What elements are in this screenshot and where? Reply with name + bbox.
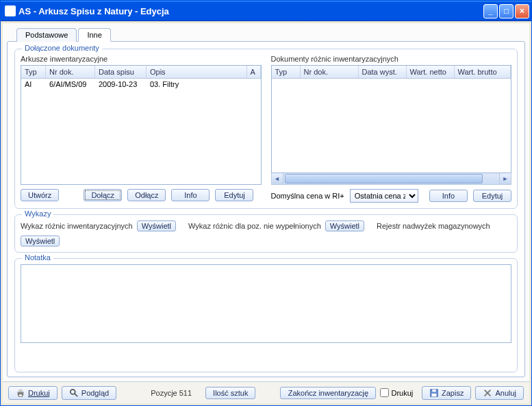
notatka-textarea[interactable] [21, 264, 511, 343]
grid-roznice-hscroll[interactable]: ◄ ► [271, 173, 512, 185]
grid-arkusze[interactable]: Typ Nr dok. Data spisu Opis A AI 6/AI/MS… [21, 65, 262, 185]
svg-rect-7 [432, 393, 437, 396]
titlebar-buttons: _ □ × [483, 4, 529, 18]
label-arkusze: Arkusze inwentaryzacyjne [21, 55, 262, 63]
col-datawyst[interactable]: Data wyst. [359, 66, 407, 78]
svg-point-3 [71, 389, 75, 394]
tab-podstawowe[interactable]: Podstawowe [16, 28, 77, 42]
drukuj-checkbox-wrap[interactable]: Drukuj [380, 388, 413, 397]
col-opis[interactable]: Opis [147, 66, 247, 78]
grid-roznice-head: Typ Nr dok. Data wyst. Wart. netto Wart.… [272, 66, 511, 79]
col-nrdok2[interactable]: Nr dok. [301, 66, 359, 78]
wyswietl-button-1[interactable]: Wyświetl [137, 220, 176, 231]
zapisz-button[interactable]: Zapisz [422, 386, 471, 400]
info-button-left[interactable]: Info [171, 189, 210, 201]
save-icon [429, 388, 439, 398]
dolacz-button[interactable]: Dołącz [84, 189, 122, 201]
scroll-left-icon[interactable]: ◄ [272, 173, 283, 184]
close-button[interactable]: × [515, 4, 529, 18]
fieldset-title-wykazy: Wykazy [22, 210, 53, 218]
fieldset-wykazy: Wykazy Wykaz różnic inwentaryzacyjnych W… [14, 214, 518, 253]
drukuj-checkbox[interactable] [380, 388, 389, 397]
minimize-button[interactable]: _ [483, 4, 498, 18]
cell-a [247, 79, 261, 90]
svg-line-4 [75, 393, 77, 396]
svg-rect-2 [18, 394, 22, 396]
price-select[interactable]: Ostatnia cena z [350, 189, 418, 203]
scroll-thumb[interactable] [285, 174, 483, 183]
pozycje-label: Pozycje 511 [141, 389, 201, 397]
col-dataspisu[interactable]: Data spisu [95, 66, 147, 78]
col-typ[interactable]: Typ [21, 66, 46, 78]
tab-inne[interactable]: Inne [78, 28, 110, 42]
grid-roznice[interactable]: Typ Nr dok. Data wyst. Wart. netto Wart.… [271, 65, 512, 173]
scroll-track[interactable] [283, 173, 500, 184]
scroll-right-icon[interactable]: ► [499, 173, 511, 184]
price-label: Domyślna cena w RI+ [271, 192, 344, 200]
window-title: AS - Arkusz Spisu z Natury - Edycja [18, 6, 483, 16]
svg-rect-6 [432, 389, 435, 392]
odlacz-button[interactable]: Odłącz [127, 189, 166, 201]
cell-typ: AI [21, 79, 46, 90]
col-roznice: Dokumenty różnic inwentaryzacyjnych Typ … [271, 55, 512, 203]
titlebar: AS - Arkusz Spisu z Natury - Edycja _ □ … [1, 1, 531, 21]
col-typ2[interactable]: Typ [272, 66, 301, 78]
cancel-icon [483, 388, 492, 398]
col-wartbrutto[interactable]: Wart. brutto [455, 66, 511, 78]
drukuj-checkbox-label: Drukuj [391, 389, 413, 397]
fieldset-dokumenty: Dołączone dokumenty Arkusze inwentaryzac… [14, 49, 518, 209]
cell-data: 2009-10-23 [95, 79, 147, 90]
roznice-buttons: Domyślna cena w RI+ Ostatnia cena z Info… [271, 189, 512, 203]
cell-nr: 6/AI/MS/09 [46, 79, 95, 90]
drukuj-button[interactable]: Drukuj [8, 386, 58, 400]
label-wykaz-roznic: Wykaz różnic inwentaryzacyjnych [21, 222, 133, 230]
tabstrip: Podstawowe Inne [3, 23, 529, 41]
label-roznice: Dokumenty różnic inwentaryzacyjnych [271, 55, 512, 63]
wyswietl-button-3[interactable]: Wyświetl [21, 236, 60, 246]
client-area: Podstawowe Inne Dołączone dokumenty Arku… [3, 23, 529, 403]
label-wykaz-niewypeln: Wykaz różnic dla poz. nie wypełnionych [188, 222, 321, 230]
ilosc-sztuk-button[interactable]: Ilość sztuk [205, 387, 255, 399]
col-wartnetto[interactable]: Wart. netto [407, 66, 455, 78]
label-rejestr-nadwyzek: Rejestr nadwyżek magazynowych [377, 222, 490, 230]
edytuj-button-right[interactable]: Edytuj [473, 190, 511, 202]
window: AS - Arkusz Spisu z Natury - Edycja _ □ … [0, 0, 532, 406]
app-icon [5, 5, 16, 16]
fieldset-title-dokumenty: Dołączone dokumenty [22, 44, 102, 52]
col-a[interactable]: A [247, 66, 261, 78]
svg-rect-1 [18, 389, 22, 392]
bottombar: Drukuj Podgląd Pozycje 511 Ilość sztuk Z… [3, 381, 529, 403]
fieldset-notatka: Notatka [14, 258, 518, 372]
printer-icon [16, 388, 25, 398]
tab-panel-inne: Dołączone dokumenty Arkusze inwentaryzac… [7, 41, 525, 377]
magnifier-icon [69, 388, 79, 398]
maximize-button[interactable]: □ [499, 4, 514, 18]
fieldset-title-notatka: Notatka [22, 253, 53, 262]
edytuj-button-left[interactable]: Edytuj [215, 189, 253, 201]
grid-roznice-body [272, 79, 511, 173]
cell-opis: 03. Filtry [147, 79, 247, 90]
col-nrdok[interactable]: Nr dok. [46, 66, 95, 78]
podglad-button[interactable]: Podgląd [62, 386, 116, 400]
grid-arkusze-head: Typ Nr dok. Data spisu Opis A [21, 66, 261, 79]
wyswietl-button-2[interactable]: Wyświetl [325, 220, 364, 231]
arkusze-buttons: Utwórz Dołącz Odłącz Info Edytuj [21, 189, 262, 201]
zakoncz-button[interactable]: Zakończ inwentaryzację [280, 387, 376, 399]
anuluj-button[interactable]: Anuluj [475, 386, 524, 400]
utworz-button[interactable]: Utwórz [21, 189, 59, 201]
grid-arkusze-body: AI 6/AI/MS/09 2009-10-23 03. Filtry [21, 79, 261, 184]
info-button-right[interactable]: Info [429, 190, 468, 202]
col-arkusze: Arkusze inwentaryzacyjne Typ Nr dok. Dat… [21, 55, 262, 203]
table-row[interactable]: AI 6/AI/MS/09 2009-10-23 03. Filtry [21, 79, 261, 90]
